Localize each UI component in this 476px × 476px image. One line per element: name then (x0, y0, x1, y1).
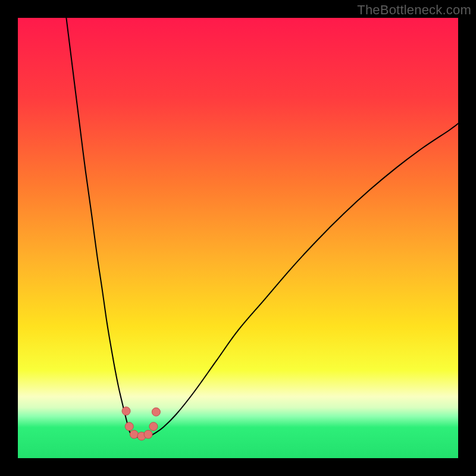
valley-marker-5 (149, 422, 158, 431)
valley-marker-1 (125, 422, 133, 431)
bottleneck-chart (18, 18, 458, 458)
valley-marker-6 (152, 408, 160, 416)
valley-marker-4 (144, 430, 152, 439)
gradient-background (18, 18, 458, 458)
valley-marker-2 (130, 430, 138, 439)
watermark-text: TheBottleneck.com (357, 2, 471, 18)
chart-frame: TheBottleneck.com (0, 0, 476, 476)
valley-marker-0 (122, 407, 130, 415)
plot-area (18, 18, 458, 458)
